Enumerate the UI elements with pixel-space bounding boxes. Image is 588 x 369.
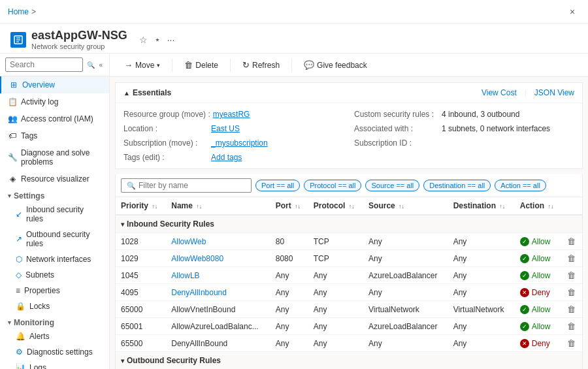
- col-name[interactable]: Name ↑↓: [166, 197, 270, 215]
- port-cell: 80: [270, 233, 308, 250]
- pin-icon[interactable]: ⭑: [154, 33, 161, 46]
- sidebar-item-tags-label: Tags: [21, 131, 37, 140]
- essentials-row-subscription-id: Subscription ID :: [354, 137, 574, 149]
- collapse-sidebar-icon[interactable]: «: [97, 60, 104, 70]
- location-value[interactable]: East US: [211, 124, 240, 133]
- delete-row-icon[interactable]: 🗑: [567, 321, 576, 331]
- delete-row-icon[interactable]: 🗑: [567, 236, 576, 246]
- logs-icon: 📊: [16, 363, 25, 369]
- rg-value[interactable]: myeastRG: [213, 110, 250, 119]
- rule-name-link[interactable]: AllowWeb8080: [171, 254, 223, 263]
- sidebar-item-activity-log[interactable]: 📋 Activity log: [0, 93, 109, 110]
- action-sort-icon: ↑↓: [547, 203, 553, 210]
- inbound-chevron-icon[interactable]: ▾: [121, 221, 124, 228]
- sidebar-item-locks[interactable]: 🔒 Locks: [0, 298, 109, 314]
- associated-label: Associated with :: [354, 124, 439, 133]
- rule-name: AllowVnetInBound: [171, 305, 235, 314]
- more-options-icon[interactable]: ···: [166, 33, 176, 46]
- sidebar-item-logs[interactable]: 📊 Logs: [0, 360, 109, 369]
- essentials-collapse-icon[interactable]: ▲: [123, 89, 130, 97]
- sidebar-item-activity-log-label: Activity log: [21, 97, 58, 106]
- delete-row-icon[interactable]: 🗑: [567, 253, 576, 263]
- action-value: ✓ Allow: [520, 271, 557, 280]
- sidebar-section-settings[interactable]: ▾ Settings: [0, 187, 109, 202]
- protocol-cell: Any: [308, 318, 363, 335]
- delete-row-icon[interactable]: 🗑: [567, 287, 576, 297]
- feedback-button[interactable]: 💬 Give feedback: [300, 57, 371, 72]
- action-cell: ✓ Allow: [515, 233, 562, 250]
- col-port[interactable]: Port ↑↓: [270, 197, 308, 215]
- people-icon: 👥: [8, 114, 17, 123]
- col-action[interactable]: Action ↑↓: [515, 197, 562, 215]
- sidebar-item-network-interfaces[interactable]: ⬡ Network interfaces: [0, 251, 109, 267]
- sidebar-item-alerts[interactable]: 🔔 Alerts: [0, 329, 109, 344]
- col-source[interactable]: Source ↑↓: [363, 197, 448, 215]
- delete-row-icon[interactable]: 🗑: [567, 304, 576, 314]
- filter-by-name-input[interactable]: [139, 181, 246, 190]
- filter-chip-protocol[interactable]: Protocol == all: [304, 180, 361, 191]
- essentials-row-associated: Associated with : 1 subnets, 0 network i…: [354, 123, 574, 135]
- sidebar-item-subnets[interactable]: ◇ Subnets: [0, 267, 109, 283]
- delete-row-icon[interactable]: 🗑: [567, 270, 576, 280]
- sidebar-search-icons: 🔍 «: [86, 60, 104, 70]
- outbound-chevron-icon[interactable]: ▾: [121, 357, 124, 364]
- rule-name-link[interactable]: DenyAllInbound: [171, 288, 227, 297]
- main-layout: 🔍 « ⊞ Overview 📋 Activity log 👥 Access c…: [0, 54, 588, 369]
- filter-chip-port[interactable]: Port == all: [255, 180, 300, 191]
- delete-row-icon[interactable]: 🗑: [567, 338, 576, 348]
- sidebar-search-input[interactable]: [5, 57, 83, 72]
- view-cost-link[interactable]: View Cost: [482, 88, 517, 97]
- action-value: ✓ Allow: [520, 305, 557, 314]
- sidebar-item-outbound-rules[interactable]: ↗ Outbound security rules: [0, 227, 109, 251]
- sidebar-item-network-label: Network interfaces: [26, 255, 91, 264]
- rule-name-link[interactable]: AllowWeb: [171, 237, 206, 246]
- close-button[interactable]: ×: [564, 4, 580, 20]
- sidebar-item-diagnose[interactable]: 🔧 Diagnose and solve problems: [0, 144, 109, 170]
- search-icon[interactable]: 🔍: [86, 60, 96, 70]
- sidebar-item-diagnostic-settings[interactable]: ⚙ Diagnostic settings: [0, 344, 109, 360]
- json-view-link[interactable]: JSON View: [534, 88, 574, 97]
- filter-chip-destination[interactable]: Destination == all: [423, 180, 491, 191]
- move-button[interactable]: → Move ▾: [120, 57, 164, 72]
- subscription-value[interactable]: _mysubscription: [211, 138, 268, 148]
- star-outline-icon[interactable]: ☆: [138, 33, 149, 46]
- action-value: ✓ Allow: [520, 254, 557, 263]
- destination-cell: Any: [448, 284, 515, 301]
- sidebar-section-monitoring[interactable]: ▾ Monitoring: [0, 314, 109, 329]
- sidebar-item-tags[interactable]: 🏷 Tags: [0, 127, 109, 144]
- filter-chip-action[interactable]: Action == all: [495, 180, 546, 191]
- sidebar-item-access-control[interactable]: 👥 Access control (IAM): [0, 110, 109, 127]
- table-row: 1045 AllowLB Any Any AzureLoadBalancer A…: [116, 267, 582, 284]
- col-destination[interactable]: Destination ↑↓: [448, 197, 515, 215]
- move-dropdown-icon: ▾: [157, 62, 160, 69]
- tags-value[interactable]: Add tags: [211, 153, 242, 162]
- breadcrumb-home[interactable]: Home: [8, 7, 29, 16]
- properties-icon: ≡: [16, 286, 20, 295]
- tags-label: Tags (edit) :: [123, 153, 208, 162]
- port-cell: Any: [270, 335, 308, 352]
- port-cell: Any: [270, 318, 308, 335]
- col-protocol[interactable]: Protocol ↑↓: [308, 197, 363, 215]
- protocol-cell: Any: [308, 335, 363, 352]
- resource-title-block: eastAppGW-NSG Network security group: [31, 29, 127, 50]
- col-priority[interactable]: Priority ↑↓: [116, 197, 166, 215]
- destination-cell: Any: [448, 250, 515, 267]
- subscription-id-label: Subscription ID :: [354, 138, 439, 148]
- filter-input-container: 🔍: [121, 178, 252, 193]
- essentials-title-text: Essentials: [133, 88, 171, 97]
- table-row: 1029 AllowWeb8080 8080 TCP Any Any ✓ All…: [116, 250, 582, 267]
- action-status-icon: ✓: [520, 322, 529, 331]
- port-cell: Any: [270, 267, 308, 284]
- sidebar-item-properties[interactable]: ≡ Properties: [0, 283, 109, 298]
- list-icon: 📋: [8, 97, 17, 106]
- source-sort-icon: ↑↓: [399, 203, 404, 210]
- filter-bar: 🔍 Port == all Protocol == all Source == …: [115, 174, 583, 197]
- sidebar-item-inbound-rules[interactable]: ↙ Inbound security rules: [0, 202, 109, 227]
- sidebar-item-resource-visualizer[interactable]: ◈ Resource visualizer: [0, 170, 109, 187]
- refresh-button[interactable]: ↻ Refresh: [238, 57, 284, 72]
- delete-button[interactable]: 🗑 Delete: [180, 57, 222, 72]
- rule-name-link[interactable]: AllowLB: [171, 271, 199, 280]
- filter-chip-source[interactable]: Source == all: [365, 180, 419, 191]
- sidebar-item-overview[interactable]: ⊞ Overview: [0, 76, 109, 93]
- delete-cell: 🗑: [562, 335, 582, 352]
